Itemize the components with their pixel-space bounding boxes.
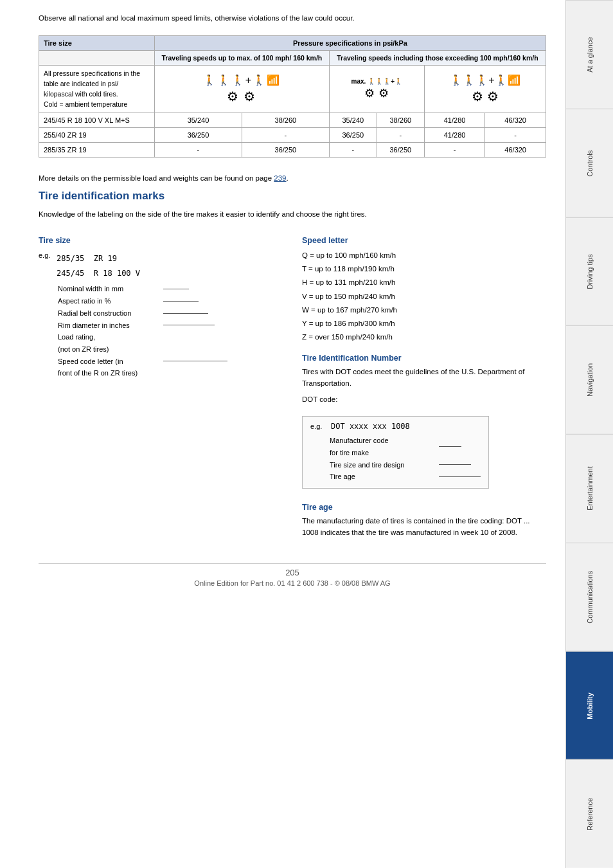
sidebar-tab-communications[interactable]: Communications: [566, 543, 613, 651]
car-icons-max: max. 🚶🚶🚶+🚶 ⚙ ⚙: [329, 66, 424, 113]
speed-letter-list: Q = up to 100 mph/160 km/h T = up to 118…: [302, 249, 546, 345]
table-footer-note: More details on the permissible load and…: [39, 173, 546, 185]
page-footer: 205 Online Edition for Part no. 01 41 2 …: [39, 563, 546, 587]
subheader2: Traveling speeds including those exceedi…: [329, 51, 546, 66]
table-row: 245/45 R 18 100 V XL M+S 35/24038/260 35…: [39, 113, 546, 128]
car-icons-low: 🚶🚶🚶+🚶📶 ⚙ ⚙: [155, 66, 330, 113]
sidebar-tab-controls[interactable]: Controls: [566, 109, 613, 217]
tire-age-text: The manufacturing date of tires is conta…: [302, 516, 546, 539]
sidebar-tab-entertainment[interactable]: Entertainment: [566, 434, 613, 543]
subsection-tin: Tire Identification Number: [302, 354, 546, 363]
edition-text: Online Edition for Part no. 01 41 2 600 …: [39, 579, 546, 587]
sidebar-tab-at-a-glance[interactable]: At a glance: [566, 0, 613, 109]
table-row: 285/35 ZR 19 -36/250 -36/250 -46/320: [39, 143, 546, 158]
sidebar-tab-navigation[interactable]: Navigation: [566, 325, 613, 434]
tin-text1: Tires with DOT codes meet the guidelines…: [302, 366, 546, 390]
tin-dot-label: DOT code:: [302, 394, 546, 406]
subheader1: Traveling speeds up to max. of 100 mph/ …: [155, 51, 330, 66]
car-icons-high: 🚶🚶🚶+🚶📶 ⚙ ⚙: [424, 66, 546, 113]
sidebar-tab-mobility[interactable]: Mobility: [566, 651, 613, 760]
dot-diagram: e.g. DOT xxxx xxx 1008 Manufacturer code…: [302, 416, 489, 489]
section-title-tire-marks: Tire identification marks: [39, 190, 546, 203]
subsection-tire-age: Tire age: [302, 503, 546, 512]
subsection-speed-letter: Speed letter: [302, 236, 546, 245]
table-row-label-icons: All pressure specifications in the table…: [39, 66, 155, 113]
tire-size-diagram: e.g. 285/35 ZR 19 245/45 R 18 100 V Nomi…: [39, 251, 283, 379]
sidebar: At a glance Controls Driving tips Naviga…: [565, 0, 613, 868]
sidebar-tab-driving-tips[interactable]: Driving tips: [566, 217, 613, 326]
tire-pressure-table: Tire size Pressure specifications in psi…: [39, 35, 546, 158]
table-row: 255/40 ZR 19 36/250- 36/250- 41/280-: [39, 128, 546, 143]
table-col2-header: Pressure specifications in psi/kPa: [155, 36, 546, 51]
warning-text: Observe all national and local maximum s…: [39, 13, 546, 24]
sidebar-tab-reference[interactable]: Reference: [566, 759, 613, 868]
subsection-tire-size: Tire size: [39, 236, 283, 245]
page-link[interactable]: 239: [274, 174, 286, 182]
tire-marks-intro: Knowledge of the labeling on the side of…: [39, 209, 546, 221]
table-col1-header: Tire size: [39, 36, 155, 51]
page-number: 205: [39, 568, 546, 577]
